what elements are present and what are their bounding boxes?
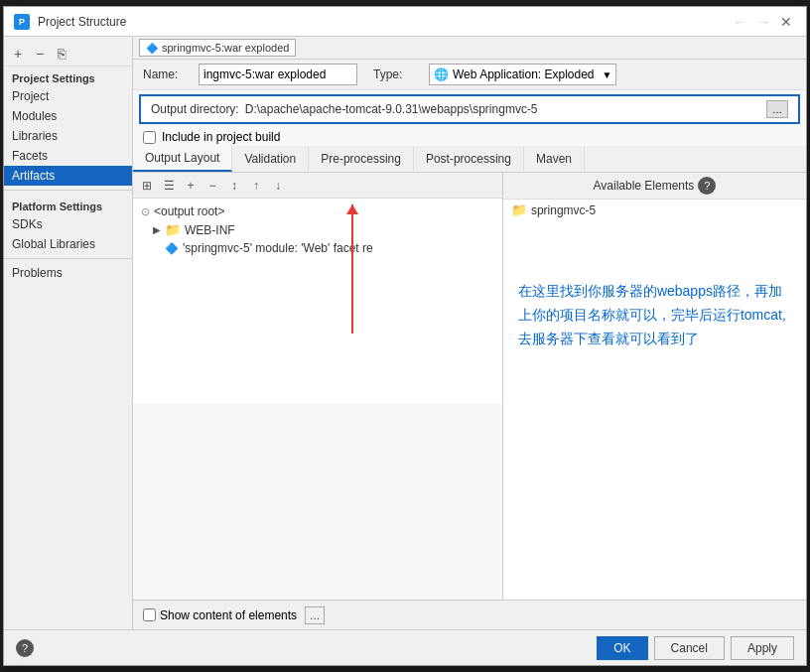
sidebar-divider-2	[4, 258, 132, 259]
include-in-build-checkbox[interactable]	[143, 131, 156, 144]
name-type-row: Name: Type: 🌐 Web Application: Exploded …	[133, 60, 806, 90]
title-bar: P Project Structure ← → ✕	[4, 7, 806, 37]
content-area: ⊞ ☰ + − ↕ ↑ ↓ ⊙ <output root>	[133, 173, 806, 600]
tree-item-module[interactable]: 🔷 'springmvc-5' module: 'Web' facet re	[137, 239, 498, 257]
nav-back-button[interactable]: ←	[729, 12, 750, 32]
dialog-buttons: OK Cancel Apply	[597, 636, 794, 660]
ok-button[interactable]: OK	[597, 636, 647, 660]
copy-artifact-button[interactable]: ⎘	[52, 44, 71, 64]
sidebar-item-facets[interactable]: Facets	[4, 146, 132, 166]
apply-button[interactable]: Apply	[731, 636, 794, 660]
cancel-button[interactable]: Cancel	[654, 636, 725, 660]
sidebar-item-label: SDKs	[12, 217, 43, 231]
right-panel: Available Elements ? 📁 springmvc-5 在这里找到…	[503, 173, 806, 600]
sidebar-item-label: Problems	[12, 266, 63, 280]
module-icon: 🔷	[165, 242, 179, 255]
artifact-tab-label: springmvc-5:war exploded	[162, 42, 289, 54]
dropdown-arrow-icon: ▼	[603, 69, 612, 80]
tree-item-output-root[interactable]: ⊙ <output root>	[137, 202, 498, 220]
close-button[interactable]: ✕	[776, 12, 796, 32]
sidebar-item-label: Libraries	[12, 129, 58, 143]
folder-icon: 📁	[165, 222, 181, 237]
sidebar-toolbar: + − ⎘	[4, 41, 132, 67]
output-dir-row: Output directory: …	[139, 94, 800, 124]
sidebar-item-artifacts[interactable]: Artifacts	[4, 166, 132, 186]
type-value: Web Application: Exploded	[453, 67, 595, 81]
left-panel: ⊞ ☰ + − ↕ ↑ ↓ ⊙ <output root>	[133, 173, 503, 600]
panel-toolbar: ⊞ ☰ + − ↕ ↑ ↓	[133, 173, 502, 199]
dialog-body: + − ⎘ Project Settings Project Modules L…	[4, 37, 806, 629]
tree-item-label: WEB-INF	[185, 223, 235, 237]
type-icon: 🌐	[434, 67, 449, 81]
available-elements-help-icon[interactable]: ?	[698, 177, 716, 195]
sidebar-item-problems[interactable]: Problems	[4, 263, 132, 283]
tabs-row: Output Layout Validation Pre-processing …	[133, 146, 806, 173]
layout-btn-2[interactable]: ☰	[159, 177, 179, 195]
add-artifact-button[interactable]: +	[8, 44, 28, 64]
tree-area: ⊙ <output root> ▶ 📁 WEB-INF 🔷 'springmvc…	[133, 199, 502, 403]
output-dir-label: Output directory:	[151, 102, 239, 116]
available-elements-label: Available Elements	[594, 179, 695, 193]
output-dir-browse-button[interactable]: …	[766, 100, 788, 118]
sidebar-item-project[interactable]: Project	[4, 86, 132, 106]
sidebar-item-global-libraries[interactable]: Global Libraries	[4, 234, 132, 254]
sidebar-item-label: Project	[12, 89, 49, 103]
tree-item-label: <output root>	[154, 204, 224, 218]
sidebar-item-sdks[interactable]: SDKs	[4, 214, 132, 234]
tree-item-webinf[interactable]: ▶ 📁 WEB-INF	[137, 220, 498, 239]
layout-remove-button[interactable]: −	[202, 177, 222, 195]
sidebar-item-label: Artifacts	[12, 169, 55, 183]
remove-artifact-button[interactable]: −	[30, 44, 50, 64]
show-content-btn[interactable]: ...	[305, 606, 325, 624]
artifact-tab[interactable]: 🔷 springmvc-5:war exploded	[139, 39, 296, 57]
annotation-text: 在这里找到你服务器的webapps路径，再加上你的项目名称就可以，完毕后运行to…	[503, 260, 806, 370]
output-dir-input[interactable]	[245, 102, 760, 116]
name-group: Name:	[143, 64, 357, 85]
sidebar: + − ⎘ Project Settings Project Modules L…	[4, 37, 133, 629]
show-content-checkbox[interactable]	[143, 608, 156, 621]
footer-help-icon[interactable]: ?	[16, 639, 34, 657]
name-input[interactable]	[199, 64, 357, 85]
title-bar-left: P Project Structure	[14, 14, 126, 30]
type-group: Type: 🌐 Web Application: Exploded ▼	[373, 64, 616, 85]
show-content-row: Show content of elements ...	[143, 606, 325, 624]
layout-up-button[interactable]: ↑	[246, 177, 266, 195]
platform-settings-label: Platform Settings	[4, 195, 132, 214]
tree-item-label: 'springmvc-5' module: 'Web' facet re	[183, 241, 373, 255]
tab-maven[interactable]: Maven	[524, 147, 585, 171]
tab-validation[interactable]: Validation	[232, 147, 309, 171]
available-item-springmvc5[interactable]: 📁 springmvc-5	[503, 200, 806, 220]
include-in-build-label[interactable]: Include in project build	[162, 130, 280, 144]
type-label: Type:	[373, 67, 423, 81]
dialog-title: Project Structure	[38, 15, 126, 29]
include-in-build-row: Include in project build	[133, 128, 806, 146]
tab-output-layout[interactable]: Output Layout	[133, 146, 232, 172]
footer: ? OK Cancel Apply	[4, 629, 806, 665]
name-label: Name:	[143, 67, 193, 81]
expand-icon: ▶	[153, 224, 161, 235]
main-area: 🔷 springmvc-5:war exploded Name: Type: 🌐…	[133, 37, 806, 629]
app-icon: P	[14, 14, 30, 30]
sidebar-item-libraries[interactable]: Libraries	[4, 126, 132, 146]
project-structure-dialog: P Project Structure ← → ✕ + − ⎘ Project …	[3, 6, 807, 666]
tab-post-processing[interactable]: Post-processing	[414, 147, 524, 171]
folder-icon: 📁	[511, 202, 527, 217]
sidebar-item-label: Modules	[12, 109, 57, 123]
output-root-icon: ⊙	[141, 205, 150, 218]
sidebar-item-label: Facets	[12, 149, 48, 163]
layout-add-button[interactable]: +	[181, 177, 201, 195]
bottom-bar: Show content of elements ...	[133, 600, 806, 629]
nav-forward-button[interactable]: →	[752, 12, 774, 32]
sidebar-divider	[4, 190, 132, 191]
project-settings-label: Project Settings	[4, 67, 132, 86]
show-content-label: Show content of elements	[160, 608, 297, 622]
layout-btn-1[interactable]: ⊞	[137, 177, 157, 195]
type-dropdown[interactable]: 🌐 Web Application: Exploded ▼	[429, 64, 616, 85]
layout-move-button[interactable]: ↕	[224, 177, 244, 195]
tab-pre-processing[interactable]: Pre-processing	[309, 147, 414, 171]
sidebar-item-label: Global Libraries	[12, 237, 95, 251]
available-elements-header: Available Elements ?	[503, 173, 806, 200]
sidebar-item-modules[interactable]: Modules	[4, 106, 132, 126]
layout-down-button[interactable]: ↓	[268, 177, 288, 195]
available-item-label: springmvc-5	[531, 203, 596, 217]
